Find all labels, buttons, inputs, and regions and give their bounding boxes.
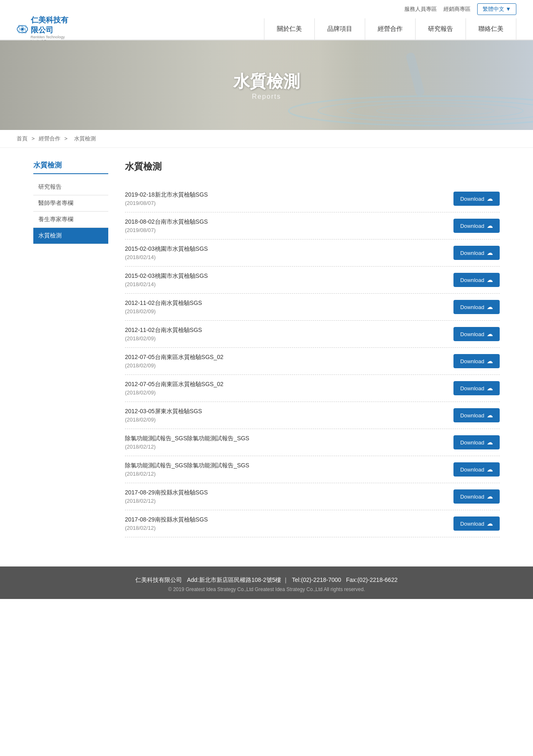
download-button[interactable]: Download ☁ (453, 273, 500, 287)
cloud-download-icon: ☁ (487, 330, 493, 338)
sidebar-menu: 研究報告 醫師學者專欄 養生專家專欄 水質檢測 (33, 179, 108, 244)
top-bar: 服務人員專區 經銷商專區 繁體中文 ▼ (0, 0, 533, 18)
cloud-download-icon: ☁ (487, 249, 493, 257)
report-name: 2018-08-02台南市水質檢驗SGS (125, 218, 453, 226)
sidebar-link-doctor[interactable]: 醫師學者專欄 (33, 195, 108, 211)
report-item: 2015-02-03桃園市水質檢驗SGS (2018/02/14) Downlo… (125, 267, 500, 294)
cloud-download-icon: ☁ (487, 493, 493, 500)
report-info: 2012-11-02台南水質檢驗SGS (2018/02/09) (125, 327, 453, 342)
nav-operation[interactable]: 經營合作 (365, 18, 416, 40)
nav-about[interactable]: 關於仁美 (264, 18, 315, 40)
main-content: 水質檢測 研究報告 醫師學者專欄 養生專家專欄 水質檢測 水質檢測 2019-0… (17, 148, 516, 550)
footer-tel: Tel:(02)-2218-7000 (292, 576, 341, 583)
download-label: Download (460, 223, 484, 229)
download-label: Download (460, 494, 484, 500)
report-info: 2019-02-18新北市水質檢驗SGS (2019/08/07) (125, 191, 453, 206)
breadcrumb-home[interactable]: 首頁 (17, 135, 27, 142)
download-label: Download (460, 521, 484, 527)
report-item: 2017-08-29南投縣水質檢驗SGS (2018/02/12) Downlo… (125, 510, 500, 537)
svg-point-6 (347, 103, 523, 119)
report-name: 2015-02-03桃園市水質檢驗SGS (125, 245, 453, 253)
download-label: Download (460, 439, 484, 446)
cloud-download-icon: ☁ (487, 520, 493, 527)
report-date: (2018/02/09) (125, 417, 453, 423)
report-date: (2018/02/12) (125, 525, 453, 531)
report-item: 2012-07-05台南東區水質檢驗SGS_02 (2018/02/09) Do… (125, 375, 500, 402)
language-button[interactable]: 繁體中文 ▼ (477, 3, 516, 15)
report-date: (2018/02/09) (125, 362, 453, 369)
download-label: Download (460, 277, 484, 283)
download-button[interactable]: Download ☁ (453, 246, 500, 260)
download-label: Download (460, 412, 484, 419)
download-button[interactable]: Download ☁ (453, 327, 500, 341)
nav-contact[interactable]: 聯絡仁美 (466, 18, 516, 40)
nav-brand[interactable]: 品牌項目 (315, 18, 365, 40)
report-name: 除氯功能測試報告_SGS除氯功能測試報告_SGS (125, 435, 453, 442)
report-info: 2017-08-29南投縣水質檢驗SGS (2018/02/12) (125, 489, 453, 504)
hero-title-cn: 水質檢測 (233, 70, 300, 93)
report-name: 2017-08-29南投縣水質檢驗SGS (125, 516, 453, 524)
download-label: Download (460, 331, 484, 337)
cloud-download-icon: ☁ (487, 439, 493, 446)
footer-fax: Fax:(02)-2218-6622 (346, 576, 398, 583)
report-date: (2018/02/09) (125, 335, 453, 342)
download-button[interactable]: Download ☁ (453, 462, 500, 477)
cloud-download-icon: ☁ (487, 466, 493, 473)
download-label: Download (460, 467, 484, 473)
sidebar-item-doctor: 醫師學者專欄 (33, 195, 108, 212)
sidebar-item-water: 水質檢測 (33, 228, 108, 244)
footer: 仁美科技有限公司 Add:新北市新店區民權路108-2號5樓 ｜ Tel:(02… (0, 566, 533, 599)
footer-copyright: © 2019 Greatest Idea Strategy Co.,Ltd Gr… (8, 586, 525, 592)
svg-point-3 (21, 27, 24, 30)
sidebar-link-water[interactable]: 水質檢測 (33, 228, 108, 244)
download-button[interactable]: Download ☁ (453, 489, 500, 504)
download-label: Download (460, 358, 484, 364)
cloud-download-icon: ☁ (487, 195, 493, 202)
download-button[interactable]: Download ☁ (453, 516, 500, 531)
report-info: 2012-07-05台南東區水質檢驗SGS_02 (2018/02/09) (125, 354, 453, 369)
download-button[interactable]: Download ☁ (453, 435, 500, 449)
cloud-download-icon: ☁ (487, 357, 493, 365)
report-date: (2018/02/14) (125, 254, 453, 260)
cloud-download-icon: ☁ (487, 412, 493, 419)
sidebar-title: 水質檢測 (33, 160, 108, 174)
nav-research[interactable]: 研究報告 (416, 18, 466, 40)
report-info: 2012-11-02台南水質檢驗SGS (2018/02/09) (125, 299, 453, 314)
breadcrumb: 首頁 > 經營合作 > 水質檢測 (0, 130, 533, 148)
download-button[interactable]: Download ☁ (453, 408, 500, 422)
download-button[interactable]: Download ☁ (453, 219, 500, 233)
report-item: 2012-03-05屏東水質檢驗SGS (2018/02/09) Downloa… (125, 402, 500, 429)
report-item: 2019-02-18新北市水質檢驗SGS (2019/08/07) Downlo… (125, 185, 500, 212)
download-button[interactable]: Download ☁ (453, 192, 500, 206)
content-title: 水質檢測 (125, 160, 500, 177)
hero-banner: 水質檢測 Reports (0, 40, 533, 130)
report-date: (2018/02/09) (125, 389, 453, 396)
report-name: 2019-02-18新北市水質檢驗SGS (125, 191, 453, 199)
hero-title-en: Reports (233, 93, 300, 100)
report-item: 除氯功能測試報告_SGS除氯功能測試報告_SGS (2018/02/12) Do… (125, 456, 500, 483)
main-nav: 關於仁美 品牌項目 經營合作 研究報告 聯絡仁美 (264, 18, 516, 40)
download-button[interactable]: Download ☁ (453, 354, 500, 368)
report-item: 2012-07-05台南東區水質檢驗SGS_02 (2018/02/09) Do… (125, 348, 500, 375)
sidebar-link-health[interactable]: 養生專家專欄 (33, 212, 108, 227)
sidebar-link-research[interactable]: 研究報告 (33, 179, 108, 195)
logo-cn-text: 仁美科技有限公司 (31, 15, 71, 35)
report-list: 2019-02-18新北市水質檢驗SGS (2019/08/07) Downlo… (125, 185, 500, 537)
report-date: (2018/02/12) (125, 498, 453, 504)
footer-address: Add:新北市新店區民權路108-2號5樓 (187, 576, 281, 583)
breadcrumb-operation[interactable]: 經營合作 (39, 135, 60, 142)
cloud-download-icon: ☁ (487, 384, 493, 392)
download-button[interactable]: Download ☁ (453, 300, 500, 314)
staff-portal-link[interactable]: 服務人員專區 (404, 5, 437, 13)
download-button[interactable]: Download ☁ (453, 381, 500, 395)
sidebar: 水質檢測 研究報告 醫師學者專欄 養生專家專欄 水質檢測 (33, 160, 108, 537)
dealer-portal-link[interactable]: 經銷商專區 (443, 5, 471, 13)
report-info: 2015-02-03桃園市水質檢驗SGS (2018/02/14) (125, 272, 453, 287)
report-name: 2012-07-05台南東區水質檢驗SGS_02 (125, 381, 453, 388)
report-name: 2012-03-05屏東水質檢驗SGS (125, 408, 453, 415)
logo[interactable]: 仁美科技有限公司 RenMen Technology Limited Compa… (17, 19, 71, 40)
report-info: 2015-02-03桃園市水質檢驗SGS (2018/02/14) (125, 245, 453, 260)
breadcrumb-current: 水質檢測 (74, 135, 96, 142)
report-date: (2018/02/12) (125, 444, 453, 450)
svg-point-7 (377, 106, 494, 115)
